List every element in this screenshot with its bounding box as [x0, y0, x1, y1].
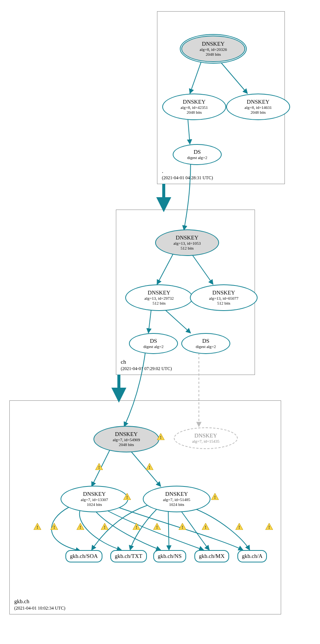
node-title: DS — [202, 338, 209, 344]
node-line2: 512 bits — [181, 246, 194, 251]
node-gkb-ksk: DNSKEY alg=7, id=54909 2048 bits — [93, 426, 159, 452]
zone-ch-label: ch (2021-04-01 07:29:02 UTC) — [121, 359, 172, 372]
node-root-ksk: DNSKEY alg=8, id=20326 2048 bits — [181, 36, 245, 62]
node-line1: alg=7, id=54909 — [113, 437, 140, 442]
node-title: DNSKEY — [212, 290, 235, 296]
warning-icon — [34, 523, 41, 530]
node-rr-ns: gkb.ch/NS — [153, 550, 186, 562]
warning-icon — [211, 493, 219, 500]
node-title: DNSKEY — [194, 433, 217, 439]
node-line1: alg=8, id=20326 — [200, 47, 227, 52]
node-ch-ds2: DS digest alg=2 — [181, 333, 230, 354]
warning-icon — [265, 523, 273, 530]
warning-icon — [133, 523, 140, 530]
rr-label: gkb.ch/A — [242, 553, 262, 559]
zone-gkb-name: gkb.ch — [14, 598, 29, 604]
warning-icon — [50, 523, 58, 530]
zone-root-ts: (2021-04-01 04:28:31 UTC) — [162, 175, 213, 180]
node-ch-zsk1: DNSKEY alg=13, id=29732 512 bits — [125, 284, 193, 311]
node-line1: alg=13, id=1053 — [173, 241, 201, 246]
zone-gkb-label: gkb.ch (2021-04-01 10:02:34 UTC) — [14, 598, 65, 611]
node-title: DNSKEY — [247, 99, 270, 105]
node-ch-zsk2: DNSKEY alg=13, id=65077 512 bits — [190, 284, 258, 311]
warning-icon — [153, 523, 161, 530]
node-line1: digest alg=2 — [187, 155, 207, 160]
zone-root-name: . — [162, 168, 163, 174]
node-title: DNSKEY — [115, 431, 138, 437]
warning-icon — [236, 523, 243, 530]
node-rr-a: gkb.ch/A — [237, 550, 267, 562]
warning-icon — [77, 523, 84, 530]
node-ch-ksk: DNSKEY alg=13, id=1053 512 bits — [155, 229, 219, 256]
rr-label: gkb.ch/TXT — [115, 553, 142, 559]
node-title: DNSKEY — [183, 99, 206, 105]
node-title: DNSKEY — [165, 491, 188, 497]
node-line1: alg=7, id=13307 — [81, 497, 108, 502]
node-root-zsk2: DNSKEY alg=8, id=14631 2048 bits — [226, 94, 290, 120]
rr-label: gkb.ch/SOA — [70, 553, 98, 559]
warning-icon — [146, 463, 153, 470]
node-title: DNSKEY — [148, 290, 170, 296]
rr-label: gkb.ch/NS — [158, 553, 182, 559]
node-gkb-zsk2: DNSKEY alg=7, id=51485 1024 bits — [143, 486, 210, 512]
warning-icon — [202, 523, 209, 530]
node-ch-ds1: DS digest alg=2 — [129, 333, 178, 354]
node-line2: 2048 bits — [119, 442, 134, 447]
node-gkb-zsk1: DNSKEY alg=7, id=13307 1024 bits — [61, 486, 128, 512]
node-line2: 1024 bits — [169, 502, 184, 507]
node-root-zsk1: DNSKEY alg=8, id=42351 2048 bits — [162, 94, 226, 120]
node-line2: 2048 bits — [187, 110, 202, 115]
node-line2: 512 bits — [153, 301, 166, 306]
warning-icon — [157, 433, 164, 440]
node-line2: 1024 bits — [87, 502, 102, 507]
node-title: DS — [194, 149, 201, 155]
zone-ch-ts: (2021-04-01 07:29:02 UTC) — [121, 366, 172, 371]
node-title: DS — [150, 338, 157, 344]
node-title: DNSKEY — [83, 491, 106, 497]
node-line1: alg=13, id=65077 — [209, 296, 238, 301]
zone-ch-name: ch — [121, 359, 126, 365]
node-rr-mx: gkb.ch/MX — [194, 550, 229, 562]
node-line1: alg=8, id=42351 — [181, 105, 208, 110]
node-line1: alg=7, id=51485 — [163, 497, 190, 502]
node-title: DNSKEY — [176, 235, 199, 241]
node-line2: 512 bits — [217, 301, 230, 306]
warning-icon — [95, 463, 103, 470]
node-line1: digest alg=2 — [196, 344, 216, 349]
node-rr-txt: gkb.ch/TXT — [110, 550, 147, 562]
node-line1: alg=13, id=29732 — [144, 296, 173, 301]
warning-icon — [101, 523, 108, 530]
node-line1: digest alg=2 — [143, 344, 163, 349]
node-gkb-missing: DNSKEY alg=7, id=15435 — [174, 427, 238, 449]
node-rr-soa: gkb.ch/SOA — [65, 550, 102, 562]
rr-label: gkb.ch/MX — [199, 553, 225, 559]
zone-gkb-ts: (2021-04-01 10:02:34 UTC) — [14, 605, 65, 611]
node-root-ds: DS digest alg=2 — [173, 144, 222, 165]
node-line2: 2048 bits — [250, 110, 266, 115]
warning-icon — [179, 523, 186, 530]
node-line1: alg=7, id=15435 — [192, 439, 219, 444]
node-line1: alg=8, id=14631 — [244, 105, 272, 110]
node-title: DNSKEY — [202, 41, 225, 47]
zone-root-label: . (2021-04-01 04:28:31 UTC) — [162, 168, 213, 181]
node-line2: 2048 bits — [206, 52, 221, 57]
warning-icon — [123, 493, 131, 500]
